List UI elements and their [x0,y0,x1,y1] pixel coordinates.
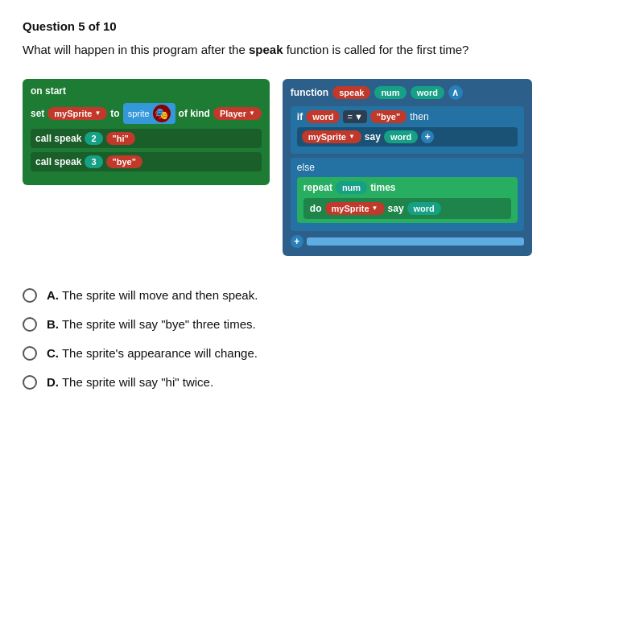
option-b-row[interactable]: B. The sprite will say "bye" three times… [23,317,621,332]
set-mysprite-row: set mySprite to sprite 🎭 of kind Player [31,103,262,124]
option-b-text: B. The sprite will say "bye" three times… [47,317,256,331]
call-speak-bye-num[interactable]: 3 [85,155,102,168]
do-keyword: do [310,203,322,214]
question-bold: speak [249,43,283,56]
bottom-plus-row: + [291,235,524,248]
num-param-pill[interactable]: num [374,86,406,99]
to-keyword: to [110,108,119,119]
collapse-button[interactable]: ∧ [448,85,463,100]
option-a-letter: A. [47,288,59,302]
bottom-plus-button[interactable]: + [291,235,303,248]
repeat-block: repeat num times do mySprite say word [297,177,518,223]
option-c-radio[interactable] [23,346,37,361]
question-text: What will happen in this program after t… [23,41,621,60]
call-speak-hi-str[interactable]: "hi" [106,132,135,145]
then-keyword: then [410,111,428,122]
function-header: function speak num word ∧ [291,85,524,100]
of-kind-keyword: of kind [179,108,210,119]
word-say-pill[interactable]: word [384,130,418,143]
option-d-letter: D. [47,375,59,389]
bottom-bar-decoration [307,237,524,246]
times-keyword: times [370,182,395,193]
word-condition-pill[interactable]: word [306,110,340,123]
call-speak-bye-str[interactable]: "bye" [106,155,142,168]
option-b-radio[interactable] [23,317,37,332]
call-speak-hi-label: call speak [35,133,81,144]
do-row: do mySprite say word [310,202,505,215]
on-start-label: on start [31,85,262,97]
call-speak-hi-row: call speak 2 "hi" [31,129,262,148]
option-c-row[interactable]: C. The sprite's appearance will change. [23,346,621,361]
question-text-part2: function is called for the first time? [283,43,469,56]
if-say-row: mySprite say word + [297,127,518,147]
say2-keyword: say [388,203,404,214]
word-param-pill[interactable]: word [411,86,444,99]
option-d-radio[interactable] [23,375,37,390]
call-speak-bye-label: call speak [35,156,81,167]
plus-button[interactable]: + [421,130,434,143]
option-a-content: The sprite will move and then speak. [62,288,258,302]
say-keyword: say [365,131,381,142]
else-block: else repeat num times do mySprite say wo… [291,158,524,231]
if-block: if word = ▼ "bye" then mySprite say word… [291,106,524,154]
sprite-icon: 🎭 [153,105,171,122]
code-area: on start set mySprite to sprite 🎭 of kin… [23,79,621,256]
mysprite-pill[interactable]: mySprite [47,107,107,120]
question-label: Question 5 of 10 [23,19,621,33]
num-repeat-pill[interactable]: num [336,181,367,194]
sprite-label: sprite [128,109,150,118]
call-speak-bye-row: call speak 3 "bye" [31,152,262,171]
option-a-row[interactable]: A. The sprite will move and then speak. [23,288,621,303]
repeat-row: repeat num times [303,181,511,194]
player-pill[interactable]: Player [213,107,262,120]
equals-operator: = ▼ [343,110,366,123]
option-c-content: The sprite's appearance will change. [62,346,258,360]
question-text-part1: What will happen in this program after t… [23,43,249,56]
on-start-block: on start set mySprite to sprite 🎭 of kin… [23,79,270,185]
function-keyword: function [291,87,328,98]
option-a-radio[interactable] [23,288,37,303]
dropdown-arrow: ▼ [354,112,363,122]
option-c-letter: C. [47,346,59,360]
set-keyword: set [31,108,44,119]
repeat-keyword: repeat [303,182,332,193]
mysprite-say-pill[interactable]: mySprite [302,130,361,143]
else-keyword: else [297,162,518,173]
option-b-letter: B. [47,317,59,331]
if-condition-row: if word = ▼ "bye" then [297,110,518,123]
sprite-box[interactable]: sprite 🎭 [123,103,175,124]
speak-pill[interactable]: speak [332,86,370,99]
if-keyword: if [297,111,303,122]
option-a-text: A. The sprite will move and then speak. [47,288,258,302]
option-c-text: C. The sprite's appearance will change. [47,346,258,360]
answer-options: A. The sprite will move and then speak. … [23,288,621,390]
word-do-pill[interactable]: word [407,202,441,215]
call-speak-hi-num[interactable]: 2 [85,132,102,145]
option-d-row[interactable]: D. The sprite will say "hi" twice. [23,375,621,390]
mysprite-do-pill[interactable]: mySprite [325,202,385,215]
bye-string-pill[interactable]: "bye" [370,110,407,123]
do-block: do mySprite say word [303,198,511,219]
function-speak-block: function speak num word ∧ if word = ▼ "b… [283,79,532,256]
option-d-content: The sprite will say "hi" twice. [62,375,213,389]
option-d-text: D. The sprite will say "hi" twice. [47,375,213,389]
option-b-content: The sprite will say "bye" three times. [62,317,256,331]
